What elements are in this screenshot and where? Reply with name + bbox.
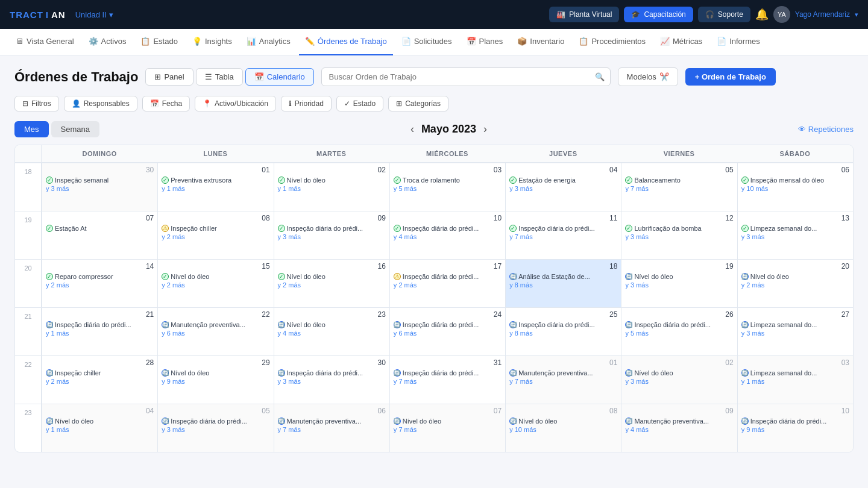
- calendar-cell[interactable]: 05✓Balanceamentoy 7 más: [621, 163, 737, 211]
- calendar-cell[interactable]: 19🔄Nível do óleoy 3 más: [621, 259, 737, 307]
- nav-analytics[interactable]: 📊 Analytics: [241, 29, 297, 55]
- calendar-event[interactable]: 🔄Manutenção preventiva...: [162, 321, 269, 328]
- calendar-event[interactable]: ✓Lubrificação da bomba: [625, 225, 733, 232]
- more-events-link[interactable]: y 3 más: [741, 233, 849, 240]
- more-events-link[interactable]: y 2 más: [162, 233, 269, 240]
- calendar-cell[interactable]: 30✓Inspeção semanaly 3 más: [42, 163, 157, 211]
- more-events-link[interactable]: y 7 más: [625, 185, 733, 192]
- more-events-link[interactable]: y 5 más: [394, 185, 502, 192]
- more-events-link[interactable]: y 7 más: [509, 378, 617, 385]
- calendar-event[interactable]: ✓Nível do óleo: [278, 273, 386, 280]
- calendar-event[interactable]: ✓Nível do óleo: [278, 177, 386, 184]
- calendar-event[interactable]: 🔄Inspeção diária do prédi...: [741, 418, 849, 425]
- calendar-cell[interactable]: 20🔄Nível do óleoy 2 más: [737, 259, 853, 307]
- unit-selector[interactable]: Unidad II ▾: [75, 10, 113, 19]
- calendar-cell[interactable]: 21🔄Inspeção diária do prédi...y 1 más: [42, 307, 157, 355]
- nav-ordenes[interactable]: ✏️ Órdenes de Trabajo: [299, 29, 393, 55]
- more-events-link[interactable]: y 10 más: [741, 185, 849, 192]
- more-events-link[interactable]: y 4 más: [394, 233, 502, 240]
- more-events-link[interactable]: y 3 más: [509, 185, 617, 192]
- calendar-event[interactable]: 🔄Nível do óleo: [625, 369, 733, 377]
- soporte-button[interactable]: 🎧 Soporte: [698, 7, 750, 22]
- nav-informes[interactable]: 📄 Informes: [711, 29, 766, 55]
- more-events-link[interactable]: y 6 más: [162, 330, 269, 337]
- more-events-link[interactable]: y 1 más: [46, 330, 154, 337]
- calendar-cell[interactable]: 05🔄Inspeção diária do prédi...y 3 más: [157, 404, 273, 452]
- nav-solicitudes[interactable]: 📄 Solicitudes: [395, 29, 458, 55]
- more-events-link[interactable]: y 3 más: [625, 378, 733, 385]
- calendar-event[interactable]: ✓Estação At: [46, 225, 154, 232]
- nav-planes[interactable]: 📅 Planes: [461, 29, 509, 55]
- nav-vista-general[interactable]: 🖥 Vista General: [10, 29, 80, 55]
- calendar-cell[interactable]: 06🔄Manutenção preventiva...y 7 más: [274, 404, 389, 452]
- calendar-cell[interactable]: 07🔄Nível do óleoy 7 más: [389, 404, 505, 452]
- filter-fecha[interactable]: 📅 Fecha: [142, 96, 190, 111]
- nav-estado[interactable]: 📋 Estado: [134, 29, 183, 55]
- calendar-event[interactable]: ✓Inspeção diária do prédi...: [509, 225, 617, 232]
- more-events-link[interactable]: y 2 más: [741, 281, 849, 289]
- more-events-link[interactable]: y 3 más: [625, 233, 733, 240]
- more-events-link[interactable]: y 2 más: [162, 281, 269, 289]
- calendar-cell[interactable]: 08⚠Inspeção chillery 2 más: [157, 211, 273, 259]
- calendar-event[interactable]: 🔄Nível do óleo: [162, 369, 269, 377]
- calendar-cell[interactable]: 02🔄Nível do óleoy 3 más: [621, 355, 737, 404]
- filter-estado[interactable]: ✓ Estado: [336, 96, 383, 111]
- filter-responsables[interactable]: 👤 Responsables: [64, 96, 137, 111]
- calendar-cell[interactable]: 16✓Nível do óleoy 2 más: [274, 259, 389, 307]
- more-events-link[interactable]: y 2 más: [46, 378, 154, 385]
- calendar-event[interactable]: 🔄Limpeza semanal do...: [741, 369, 849, 377]
- nav-activos[interactable]: ⚙️ Activos: [83, 29, 133, 55]
- calendar-event[interactable]: 🔄Manutenção preventiva...: [278, 418, 386, 425]
- tab-calendario[interactable]: 📅 Calendario: [245, 68, 314, 86]
- calendar-event[interactable]: 🔄Análise da Estação de...: [509, 273, 617, 280]
- more-events-link[interactable]: y 2 más: [394, 281, 502, 289]
- models-button[interactable]: Modelos ✂️: [618, 67, 678, 86]
- calendar-event[interactable]: 🔄Nível do óleo: [509, 418, 617, 425]
- calendar-cell[interactable]: 04🔄Nível do óleoy 1 más: [42, 404, 157, 452]
- calendar-cell[interactable]: 17⚠Inspeção diária do prédi...y 2 más: [389, 259, 505, 307]
- calendar-event[interactable]: 🔄Inspeção diária do prédi...: [394, 369, 502, 377]
- calendar-event[interactable]: 🔄Manutenção preventiva...: [509, 369, 617, 377]
- calendar-cell[interactable]: 10✓Inspeção diária do prédi...y 4 más: [389, 211, 505, 259]
- calendar-cell[interactable]: 24🔄Inspeção diária do prédi...y 6 más: [389, 307, 505, 355]
- calendar-event[interactable]: 🔄Inspeção diária do prédi...: [394, 321, 502, 328]
- nav-inventario[interactable]: 📦 Inventario: [511, 29, 570, 55]
- calendar-event[interactable]: 🔄Inspeção diária do prédi...: [162, 418, 269, 425]
- calendar-cell[interactable]: 01🔄Manutenção preventiva...y 7 más: [505, 355, 621, 404]
- calendar-cell[interactable]: 18🔄Análise da Estação de...y 8 más: [505, 259, 621, 307]
- filter-filtros[interactable]: ⊟ Filtros: [14, 96, 59, 111]
- more-events-link[interactable]: y 3 más: [162, 426, 269, 433]
- more-events-link[interactable]: y 1 más: [162, 185, 269, 192]
- calendar-cell[interactable]: 03✓Troca de rolamentoy 5 más: [389, 163, 505, 211]
- calendar-cell[interactable]: 01✓Preventiva extrusoray 1 más: [157, 163, 273, 211]
- calendar-cell[interactable]: 08🔄Nível do óleoy 10 más: [505, 404, 621, 452]
- calendar-cell[interactable]: 09🔄Manutenção preventiva...y 4 más: [621, 404, 737, 452]
- user-name[interactable]: Yago Armendariz: [795, 10, 850, 19]
- calendar-cell[interactable]: 11✓Inspeção diária do prédi...y 7 más: [505, 211, 621, 259]
- capacitacion-button[interactable]: 🎓 Capacitación: [624, 7, 693, 22]
- calendar-cell[interactable]: 07✓Estação At: [42, 211, 157, 259]
- calendar-event[interactable]: 🔄Inspeção diária do prédi...: [278, 369, 386, 377]
- planta-virtual-button[interactable]: 🏭 Planta Virtual: [549, 7, 619, 22]
- calendar-event[interactable]: ⚠Inspeção chiller: [162, 225, 269, 232]
- calendar-cell[interactable]: 28🔄Inspeção chillery 2 más: [42, 355, 157, 404]
- calendar-cell[interactable]: 27🔄Limpeza semanal do...y 3 más: [737, 307, 853, 355]
- calendar-cell[interactable]: 26🔄Inspeção diária do prédi...y 5 más: [621, 307, 737, 355]
- add-order-button[interactable]: + Orden de Trabajo: [685, 68, 776, 86]
- calendar-cell[interactable]: 23🔄Nível do óleoy 4 más: [274, 307, 389, 355]
- calendar-event[interactable]: ✓Inspeção diária do prédi...: [394, 225, 502, 232]
- calendar-event[interactable]: 🔄Inspeção diária do prédi...: [625, 321, 733, 328]
- calendar-cell[interactable]: 02✓Nível do óleoy 1 más: [274, 163, 389, 211]
- calendar-event[interactable]: ✓Troca de rolamento: [394, 177, 502, 184]
- more-events-link[interactable]: y 2 más: [46, 281, 154, 289]
- calendar-event[interactable]: 🔄Inspeção diária do prédi...: [46, 321, 154, 328]
- more-events-link[interactable]: y 1 más: [278, 185, 386, 192]
- calendar-cell[interactable]: 31🔄Inspeção diária do prédi...y 7 más: [389, 355, 505, 404]
- filter-prioridad[interactable]: ℹ Prioridad: [281, 96, 332, 111]
- cal-tab-semana[interactable]: Semana: [51, 121, 99, 137]
- more-events-link[interactable]: y 7 más: [394, 426, 502, 433]
- notifications-icon[interactable]: 🔔: [755, 8, 769, 21]
- tab-tabla[interactable]: ☰ Tabla: [196, 68, 243, 86]
- more-events-link[interactable]: y 4 más: [278, 330, 386, 337]
- tab-panel[interactable]: ⊞ Panel: [145, 68, 193, 86]
